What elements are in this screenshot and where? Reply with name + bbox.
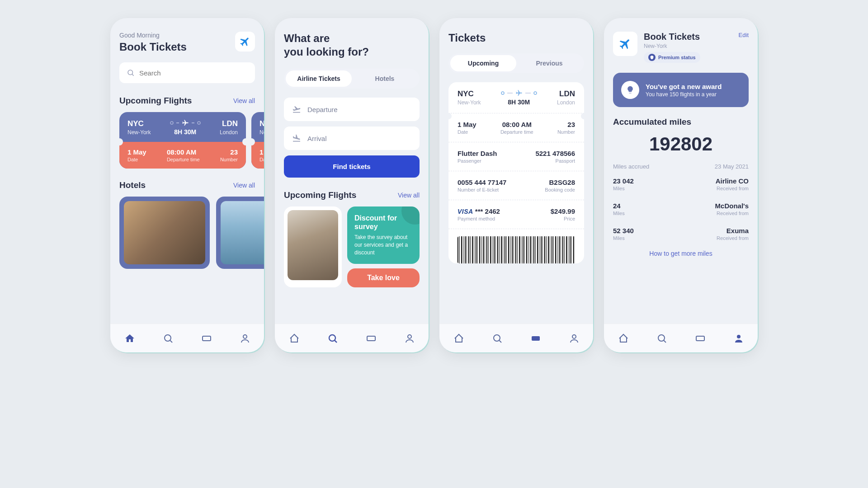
svg-rect-4	[192, 122, 194, 123]
hotels-title: Hotels	[119, 180, 146, 190]
svg-rect-15	[507, 93, 513, 94]
ticket-card: NYCNew-York 8H 30M LDNLondon 1 MayDate 0…	[448, 82, 584, 263]
profile-icon[interactable]	[404, 333, 415, 344]
plane-route-icon	[501, 89, 537, 97]
profile-icon[interactable]	[733, 333, 744, 344]
page-heading: What are you looking for?	[284, 32, 420, 59]
page-title: Tickets	[448, 32, 584, 44]
svg-point-6	[165, 335, 171, 341]
svg-line-11	[335, 340, 337, 343]
svg-point-10	[329, 335, 335, 341]
profile-icon[interactable]	[240, 333, 250, 344]
promo-image-card[interactable]	[284, 206, 342, 287]
arrival-input[interactable]: Arrival	[284, 127, 420, 150]
tab-previous[interactable]: Previous	[516, 55, 582, 71]
profile-location: New-York	[644, 43, 732, 49]
svg-point-5	[198, 122, 200, 124]
ticket-tabs: Upcoming Previous	[448, 53, 584, 73]
bottom-nav	[110, 324, 264, 352]
search-icon[interactable]	[492, 333, 503, 344]
search-icon[interactable]	[327, 333, 338, 344]
svg-rect-20	[532, 336, 540, 341]
hotel-card[interactable]	[216, 197, 264, 269]
view-all-flights[interactable]: View all	[233, 97, 255, 104]
greeting: Good Morning	[119, 32, 187, 39]
svg-rect-8	[203, 336, 211, 341]
search-icon[interactable]	[656, 333, 667, 344]
type-segmented-control: Airline Tickets Hotels	[284, 69, 420, 89]
tab-hotels[interactable]: Hotels	[352, 70, 418, 87]
takeoff-icon	[292, 105, 301, 114]
upcoming-flights-title: Upcoming Flights	[119, 96, 192, 106]
tab-upcoming[interactable]: Upcoming	[450, 55, 516, 71]
home-screen: Good Morning Book Tickets Upcoming Fligh…	[110, 18, 264, 352]
search-icon	[127, 69, 135, 77]
miles-title: Accumulated miles	[613, 117, 749, 127]
svg-point-22	[658, 335, 665, 341]
svg-point-25	[737, 335, 741, 338]
miles-row: 52 340Miles ExumaReceived from	[613, 221, 749, 246]
view-all-hotels[interactable]: View all	[233, 182, 255, 189]
home-icon[interactable]	[124, 333, 135, 344]
miles-total: 192802	[613, 133, 749, 155]
svg-point-0	[128, 70, 133, 75]
flight-card[interactable]: NYCNew-York 8H 30M LDNLondon	[119, 112, 246, 169]
svg-point-17	[534, 92, 537, 94]
tab-airline[interactable]: Airline Tickets	[286, 70, 352, 87]
svg-point-9	[243, 335, 247, 338]
view-all-link[interactable]: View all	[398, 192, 420, 199]
hotel-image	[124, 201, 205, 264]
survey-promo-card[interactable]: Discount for survey Take the survey abou…	[347, 206, 420, 264]
hotel-image	[221, 201, 264, 264]
ticket-icon[interactable]	[201, 333, 212, 344]
ticket-icon[interactable]	[695, 333, 706, 344]
svg-line-19	[499, 340, 501, 343]
home-icon[interactable]	[289, 333, 300, 344]
svg-point-13	[408, 335, 411, 338]
svg-point-2	[170, 122, 173, 124]
svg-rect-16	[525, 93, 531, 94]
ticket-icon[interactable]	[366, 333, 377, 344]
page-title: Book Tickets	[119, 41, 187, 53]
svg-point-18	[494, 335, 500, 341]
departure-input[interactable]: Departure	[284, 98, 420, 121]
more-miles-link[interactable]: How to get more miles	[613, 250, 749, 257]
search-input[interactable]	[119, 62, 255, 83]
svg-line-7	[170, 340, 172, 343]
visa-icon: VISA	[458, 208, 473, 215]
cabin-image	[288, 210, 338, 280]
svg-line-1	[132, 74, 133, 75]
home-icon[interactable]	[618, 333, 629, 344]
svg-point-14	[501, 92, 504, 94]
flight-card[interactable]: NYCNew-York 1 MayDate	[251, 112, 264, 169]
profile-name: Book Tickets	[644, 32, 732, 42]
tickets-screen: Tickets Upcoming Previous NYCNew-York 8H…	[439, 18, 593, 352]
svg-rect-12	[367, 336, 375, 341]
profile-screen: Book Tickets New-York Premium status Edi…	[604, 18, 758, 352]
status-badge: Premium status	[644, 52, 700, 63]
hotel-card[interactable]	[119, 197, 210, 269]
svg-line-23	[664, 340, 666, 343]
miles-row: 24Miles McDonal'sReceived from	[613, 197, 749, 221]
app-logo	[235, 32, 255, 52]
upcoming-flights-title: Upcoming Flights	[284, 190, 356, 200]
home-icon[interactable]	[453, 333, 464, 344]
avatar	[613, 32, 637, 56]
svg-rect-3	[176, 122, 179, 123]
ticket-icon[interactable]	[530, 333, 541, 344]
profile-icon[interactable]	[569, 333, 580, 344]
search-screen: What are you looking for? Airline Ticket…	[275, 18, 429, 352]
barcode	[458, 236, 575, 263]
shield-icon	[648, 54, 656, 61]
award-banner[interactable]: You've got a new award You have 150 flig…	[613, 73, 749, 107]
take-love-card[interactable]: Take love	[347, 268, 420, 287]
svg-point-21	[572, 335, 576, 338]
find-tickets-button[interactable]: Find tickets	[284, 155, 420, 178]
miles-row: 23 042Miles Airline COReceived from	[613, 172, 749, 197]
svg-rect-24	[696, 336, 704, 341]
lightbulb-icon	[621, 81, 639, 99]
search-icon[interactable]	[163, 333, 174, 344]
edit-button[interactable]: Edit	[739, 32, 749, 38]
landing-icon	[292, 134, 301, 143]
plane-route-icon	[170, 119, 201, 127]
